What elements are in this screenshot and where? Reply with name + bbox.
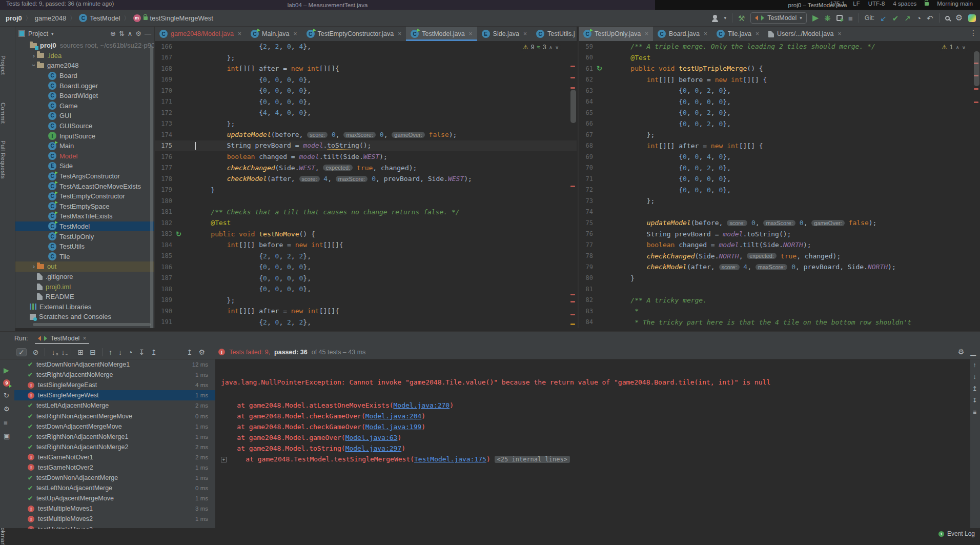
close-icon[interactable]: × bbox=[398, 30, 401, 37]
error-stripe-right[interactable] bbox=[972, 41, 980, 328]
sort-by-duration-icon[interactable]: ↓≡ bbox=[61, 349, 65, 356]
test-history-icon[interactable]: ◔ bbox=[128, 349, 132, 356]
history-icon[interactable]: ◔ bbox=[916, 14, 921, 22]
test-result-item[interactable]: ✔testDownNonAdjacentMerge1 ms bbox=[14, 473, 215, 483]
warning-stripe-mark[interactable] bbox=[570, 324, 575, 325]
run-button[interactable]: ▶ bbox=[812, 14, 819, 22]
next-problem-icon[interactable]: ∨ bbox=[962, 45, 966, 50]
chevron-down-icon[interactable]: ▾ bbox=[724, 16, 726, 21]
locate-file-icon[interactable]: ⊕ bbox=[110, 30, 116, 37]
tree-item[interactable]: CTestUpOnly bbox=[15, 231, 154, 241]
rollback-icon[interactable]: ↶ bbox=[927, 14, 933, 22]
editor-pane-right[interactable]: 59 /** A triple merge. Only the leading … bbox=[578, 41, 980, 328]
tree-item[interactable]: IInputSource bbox=[15, 131, 154, 141]
run-panel-settings-gear-icon[interactable]: ⚙ bbox=[958, 348, 965, 356]
hide-panel-icon[interactable]: ▁ bbox=[970, 348, 976, 356]
scroll-to-bottom-icon[interactable]: ↧ bbox=[972, 397, 977, 404]
test-result-item[interactable]: !testGameNotOver21 ms bbox=[14, 462, 215, 473]
scroll-down-icon[interactable]: ↓ bbox=[973, 373, 976, 380]
tree-item[interactable]: CGUISource bbox=[15, 121, 154, 131]
test-result-item[interactable]: ✔testLeftAdjacentNoMerge2 ms bbox=[14, 400, 215, 411]
close-icon[interactable]: × bbox=[83, 335, 86, 342]
sort-alphabetically-icon[interactable]: ↓a bbox=[51, 349, 55, 356]
next-problem-icon[interactable]: ∨ bbox=[555, 45, 559, 50]
editor-tab[interactable]: CBoard.java× bbox=[653, 27, 712, 41]
tree-item[interactable]: CBoard bbox=[15, 71, 154, 81]
close-icon[interactable]: × bbox=[704, 30, 707, 37]
editor-tab[interactable]: Cgame2048/Model.java× bbox=[155, 27, 246, 41]
run-test-gutter-icon[interactable]: ↻ bbox=[597, 65, 602, 72]
panel-settings-gear-icon[interactable]: ⚙ bbox=[135, 30, 141, 37]
tree-item[interactable]: CGUI bbox=[15, 111, 154, 121]
editor-tab[interactable]: CTestUpOnly.java× bbox=[579, 27, 653, 41]
ide-profile-icon[interactable] bbox=[968, 14, 976, 22]
close-icon[interactable]: × bbox=[238, 30, 241, 37]
stripe-button-commit[interactable]: Commit bbox=[0, 103, 15, 124]
tree-item[interactable]: External Libraries bbox=[15, 301, 154, 312]
git-update-icon[interactable]: ↙ bbox=[880, 14, 887, 22]
error-stripe-mark[interactable] bbox=[570, 186, 575, 187]
test-result-item[interactable]: !testMultipleMoves13 ms bbox=[14, 503, 215, 514]
export-test-results-icon[interactable]: ↥ bbox=[151, 349, 157, 356]
tree-item[interactable]: ›.gitignore bbox=[15, 272, 154, 282]
thread-dump-icon[interactable]: ▣ bbox=[4, 432, 10, 440]
show-ignored-toggle[interactable]: ⊘ bbox=[33, 349, 39, 356]
tab-options-icon[interactable]: ⋮ bbox=[970, 29, 977, 37]
editor-tab[interactable]: Users/.../Model.java× bbox=[764, 27, 846, 41]
test-result-item[interactable]: ✔testRightAdjacentNoMerge1 ms bbox=[14, 370, 215, 380]
inspections-widget-left[interactable]: ⚠9 ≈3 ∧∨ bbox=[520, 43, 561, 51]
test-result-item[interactable]: !testMultipleMoves21 ms bbox=[14, 514, 215, 524]
error-stripe-mark[interactable] bbox=[570, 87, 575, 89]
test-result-item[interactable]: ✔testRightNonAdjacentMergeMove0 ms bbox=[14, 411, 215, 421]
tree-item[interactable]: Scratches and Consoles bbox=[15, 312, 154, 322]
chevron-icon[interactable]: › bbox=[31, 263, 37, 270]
test-result-item[interactable]: ✔testDownAdjacentMergeMove1 ms bbox=[14, 421, 215, 432]
close-icon[interactable]: × bbox=[645, 30, 648, 37]
run-configuration-select[interactable]: TestModel ▾ bbox=[750, 12, 807, 24]
scrollbar-thumb[interactable] bbox=[570, 90, 576, 123]
editor-tab[interactable]: CMain.java× bbox=[246, 27, 302, 41]
tree-item[interactable]: ESide bbox=[15, 161, 154, 171]
test-result-item[interactable]: !testMultipleMoves3 bbox=[14, 524, 215, 529]
stop-icon[interactable]: ■ bbox=[4, 419, 8, 427]
stop-button[interactable]: ■ bbox=[848, 14, 853, 22]
error-stripe-left[interactable] bbox=[569, 41, 577, 328]
test-result-item[interactable]: ✔testLeftNonAdjacentMerge0 ms bbox=[14, 483, 215, 493]
tree-item[interactable]: CTile bbox=[15, 251, 154, 261]
tree-item[interactable]: CTestMaxTileExists bbox=[15, 211, 154, 221]
chevron-icon[interactable]: › bbox=[31, 52, 37, 59]
export-icon[interactable]: ↥ bbox=[187, 349, 193, 356]
error-stripe-mark[interactable] bbox=[974, 102, 978, 103]
tree-item[interactable]: CBoardWidget bbox=[15, 91, 154, 101]
error-stripe-mark[interactable] bbox=[570, 66, 575, 67]
tree-item[interactable]: CTestAtLeastOneMoveExists bbox=[15, 181, 154, 191]
fold-icon[interactable]: + bbox=[221, 457, 227, 462]
editor-tab[interactable]: CTestModel.java× bbox=[406, 27, 477, 41]
soft-wrap-icon[interactable]: ≡ bbox=[973, 409, 976, 416]
error-stripe-mark[interactable] bbox=[570, 301, 575, 302]
run-with-coverage-button[interactable] bbox=[836, 15, 843, 21]
test-result-item[interactable]: ✔testRightNonAdjacentNoMerge22 ms bbox=[14, 442, 215, 452]
collapse-all-icon[interactable]: ⊟ bbox=[90, 349, 96, 356]
breadcrumb-item[interactable]: mtestSingleMergeWest bbox=[133, 14, 213, 22]
stack-trace-link[interactable]: Model.java:270 bbox=[394, 401, 450, 409]
tree-item[interactable]: CGame bbox=[15, 101, 154, 111]
breadcrumb-item[interactable]: game2048 bbox=[35, 14, 66, 22]
collapse-all-icon[interactable]: ∧ bbox=[128, 30, 133, 37]
toggle-auto-test-icon[interactable]: ↻ bbox=[4, 392, 9, 399]
scrollbar-thumb[interactable] bbox=[974, 51, 979, 86]
tree-item[interactable]: CTestEmptySpace bbox=[15, 201, 154, 212]
tree-item[interactable]: ›out bbox=[15, 261, 154, 272]
event-log-button[interactable]: 1 Event Log bbox=[938, 528, 975, 539]
hide-panel-icon[interactable]: — bbox=[145, 30, 151, 37]
editor-pane-left[interactable]: 166 {2, 2, 0, 4},167 };168 int[][] after… bbox=[155, 41, 577, 328]
error-stripe-mark[interactable] bbox=[570, 77, 575, 78]
tree-item[interactable]: CMain bbox=[15, 141, 154, 151]
test-runner-settings-icon[interactable]: ⚙ bbox=[4, 405, 10, 413]
tree-item[interactable]: CTestModel bbox=[15, 221, 154, 232]
error-stripe-mark[interactable] bbox=[974, 88, 978, 90]
run-tab[interactable]: TestModel × bbox=[37, 333, 87, 344]
tree-item[interactable]: CBoardLogger bbox=[15, 80, 154, 91]
stripe-button-pull-requests[interactable]: Pull Requests bbox=[0, 140, 15, 179]
tree-item[interactable]: CModel bbox=[15, 151, 154, 162]
